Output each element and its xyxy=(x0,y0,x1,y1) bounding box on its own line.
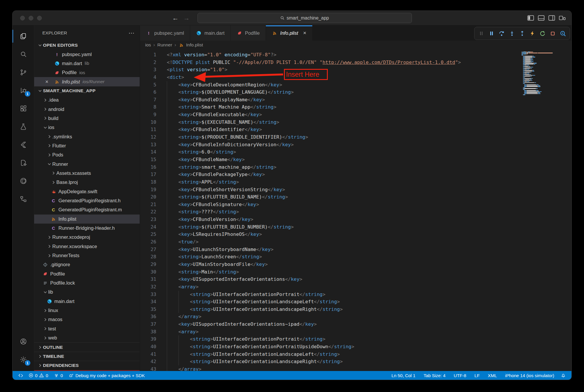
activity-item-extensions[interactable] xyxy=(13,100,34,118)
code-line[interactable]: 17<key>CFBundlePackageType</key> xyxy=(140,171,571,178)
code-line[interactable]: 20<string>$(FLUTTER_BUILD_NAME)</string> xyxy=(140,193,571,201)
code-line[interactable]: 32<array> xyxy=(140,283,571,291)
project-root-header[interactable]: SMART_MACHINE_APP xyxy=(34,86,140,95)
problems-indicator[interactable]: 0 0 xyxy=(27,371,50,380)
tree-item-GeneratedPluginRegistrant.m[interactable]: CGeneratedPluginRegistrant.m xyxy=(34,205,140,214)
tree-item-linux[interactable]: linux xyxy=(34,306,140,315)
code-line[interactable]: 26<true/> xyxy=(140,238,571,246)
toggle-secondary-sidebar-button[interactable] xyxy=(548,14,556,22)
tree-item-Flutter[interactable]: Flutter xyxy=(34,141,140,150)
tree-item-.gitignore[interactable]: .gitignore xyxy=(34,260,140,269)
activity-item-explorer[interactable] xyxy=(13,27,34,45)
tree-item-lib[interactable]: lib xyxy=(34,288,140,297)
debug-status[interactable]: Debug my code + packages + SDK xyxy=(67,371,146,380)
code-line[interactable]: 36</array> xyxy=(140,313,571,320)
toggle-primary-sidebar-button[interactable] xyxy=(527,14,535,22)
device-target[interactable]: iPhone 14 (ios simulator) xyxy=(502,373,557,378)
grip-button[interactable] xyxy=(478,30,484,37)
tree-item-Runner.xcodeproj[interactable]: Runner.xcodeproj xyxy=(34,233,140,242)
minimize-window-button[interactable] xyxy=(29,16,33,20)
pause-button[interactable] xyxy=(488,30,495,37)
customize-layout-button[interactable] xyxy=(558,14,566,22)
indentation[interactable]: Tab Size: 4 xyxy=(421,373,448,378)
open-editor-pubspec.yaml[interactable]: !pubspec.yaml xyxy=(34,50,140,59)
hot-reload-button[interactable] xyxy=(529,30,536,37)
tree-item-main.dart[interactable]: main.dart xyxy=(34,297,140,306)
code-line[interactable]: 35<string>UIInterfaceOrientationLandscap… xyxy=(140,306,571,313)
code-editor[interactable]: 1<?xml version="1.0" encoding="UTF-8"?>2… xyxy=(140,49,571,371)
restart-button[interactable] xyxy=(539,30,546,37)
code-line[interactable]: 9<key>CFBundleExecutable</key> xyxy=(140,111,571,119)
eol[interactable]: LF xyxy=(472,373,482,378)
activity-item-source-control[interactable] xyxy=(13,63,34,81)
code-line[interactable]: 16<string>smart_machine_app</string> xyxy=(140,163,571,171)
code-line[interactable]: 7<key>CFBundleDisplayName</key> xyxy=(140,96,571,104)
activity-item-flutter[interactable] xyxy=(13,136,34,154)
step-out-button[interactable] xyxy=(519,30,525,37)
cursor-position[interactable]: Ln 50, Col 1 xyxy=(389,373,418,378)
step-over-button[interactable] xyxy=(498,30,505,37)
breadcrumb-item-Info.plist[interactable]: Info.plist xyxy=(179,42,203,48)
code-line[interactable]: 31<key>UISupportedInterfaceOrientations<… xyxy=(140,276,571,283)
activity-item-run-debug[interactable]: 1 xyxy=(13,81,34,100)
code-line[interactable]: 25<key>LSRequiresIPhoneOS</key> xyxy=(140,231,571,238)
tree-item-Base.lproj[interactable]: Base.lproj xyxy=(34,178,140,187)
code-line[interactable]: 27<key>UILaunchStoryboardName</key> xyxy=(140,246,571,253)
tree-item-test[interactable]: test xyxy=(34,324,140,333)
activity-item-github[interactable] xyxy=(13,172,34,190)
tree-item-web[interactable]: web xyxy=(34,333,140,342)
tree-item-android[interactable]: android xyxy=(34,104,140,114)
tab-Info.plist[interactable]: Info.plist× xyxy=(266,25,313,41)
tree-item-macos[interactable]: macos xyxy=(34,315,140,324)
forward-button[interactable]: → xyxy=(183,15,190,21)
tree-item-GeneratedPluginRegistrant.h[interactable]: CGeneratedPluginRegistrant.h xyxy=(34,196,140,205)
open-editor-Podfile[interactable]: Podfileios xyxy=(34,68,140,77)
code-line[interactable]: 13<key>CFBundleInfoDictionaryVersion</ke… xyxy=(140,141,571,149)
activity-item-project-manager[interactable] xyxy=(13,154,34,172)
back-button[interactable]: ← xyxy=(172,15,179,21)
zoom-window-button[interactable] xyxy=(37,16,42,20)
open-editors-header[interactable]: OPEN EDITORS xyxy=(34,41,140,50)
minimap[interactable] xyxy=(521,52,563,95)
activity-item-references[interactable] xyxy=(13,190,34,208)
ports-indicator[interactable]: 0 xyxy=(52,371,65,380)
tree-item-Pods[interactable]: Pods xyxy=(34,150,140,159)
code-line[interactable]: 23<key>CFBundleVersion</key> xyxy=(140,216,571,223)
encoding[interactable]: UTF-8 xyxy=(451,373,469,378)
code-line[interactable]: 15<key>CFBundleName</key> xyxy=(140,156,571,163)
tree-item-AppDelegate.swift[interactable]: AppDelegate.swift xyxy=(34,187,140,196)
close-window-button[interactable] xyxy=(20,16,25,20)
code-line[interactable]: 22<string>????</string> xyxy=(140,208,571,216)
notifications-bell[interactable] xyxy=(559,371,567,380)
tree-item-Runner.xcworkspace[interactable]: Runner.xcworkspace xyxy=(34,242,140,251)
code-line[interactable]: 38<array> xyxy=(140,328,571,336)
tree-item-Podfile[interactable]: Podfile xyxy=(34,269,140,278)
tree-item-build[interactable]: build xyxy=(34,114,140,123)
code-line[interactable]: 11<key>CFBundleIdentifier</key> xyxy=(140,126,571,133)
code-line[interactable]: 19<key>CFBundleShortVersionString</key> xyxy=(140,186,571,194)
code-line[interactable]: 28<string>LaunchScreen</string> xyxy=(140,253,571,261)
tree-item-Runner-Bridging-Header.h[interactable]: CRunner-Bridging-Header.h xyxy=(34,224,140,233)
code-line[interactable]: 21<key>CFBundleSignature</key> xyxy=(140,201,571,208)
language-mode[interactable]: XML xyxy=(485,373,500,378)
breadcrumb-item-Runner[interactable]: Runner xyxy=(157,42,172,48)
tree-item-ios[interactable]: ios xyxy=(34,123,140,132)
code-line[interactable]: 2<!DOCTYPE plist PUBLIC "-//Apple//DTD P… xyxy=(140,59,571,66)
code-line[interactable]: 41<string>UIInterfaceOrientationLandscap… xyxy=(140,351,571,358)
command-center[interactable]: smart_machine_app xyxy=(197,13,412,23)
code-line[interactable]: 18<string>APPL</string> xyxy=(140,178,571,186)
code-line[interactable]: 12<string>$(PRODUCT_BUNDLE_IDENTIFIER)</… xyxy=(140,133,571,141)
tree-item-Podfile.lock[interactable]: Podfile.lock xyxy=(34,278,140,288)
activity-item-account[interactable] xyxy=(13,332,34,351)
code-line[interactable]: 37<key>UISupportedInterfaceOrientations~… xyxy=(140,320,571,328)
close-icon[interactable]: × xyxy=(45,77,48,86)
activity-item-testing[interactable] xyxy=(13,118,34,136)
tree-item-Assets.xcassets[interactable]: Assets.xcassets xyxy=(34,169,140,178)
tab-main.dart[interactable]: main.dart xyxy=(190,25,231,41)
step-into-button[interactable] xyxy=(509,30,515,37)
breadcrumb-item-ios[interactable]: ios xyxy=(145,42,151,48)
open-editor-Info.plist[interactable]: ×Info.plistios/Runner xyxy=(34,77,140,86)
code-line[interactable]: 8<string>Smart Machine App</string> xyxy=(140,103,571,111)
section-outline[interactable]: OUTLINE xyxy=(34,342,140,351)
section-dependencies[interactable]: DEPENDENCIES xyxy=(34,361,140,370)
